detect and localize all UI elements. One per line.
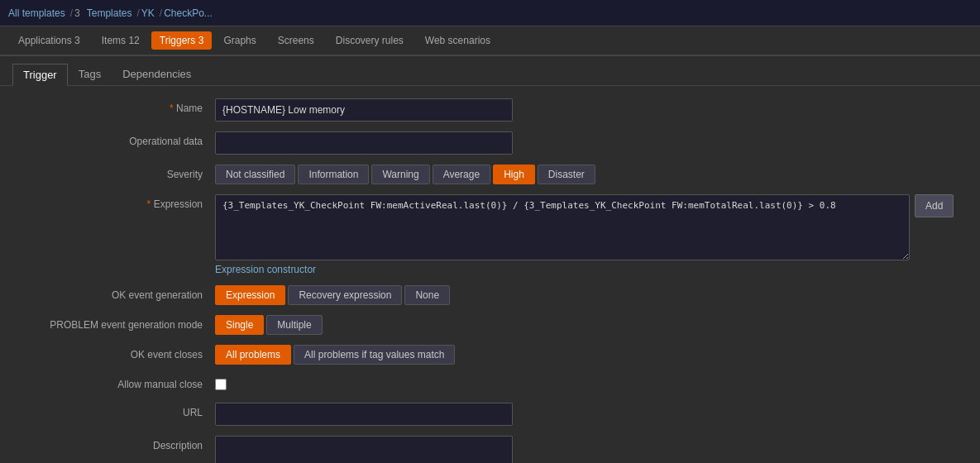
name-control (215, 98, 963, 122)
expression-row: Expression {3_Templates_YK_CheckPoint FW… (17, 194, 963, 275)
severity-warning[interactable]: Warning (371, 165, 429, 184)
severity-label: Severity (17, 165, 215, 180)
ok-event-closes-control: All problems All problems if tag values … (215, 345, 963, 365)
severity-not-classified[interactable]: Not classified (215, 165, 295, 184)
templates-link[interactable]: Templates (87, 7, 132, 19)
subtab-trigger[interactable]: Trigger (12, 64, 68, 86)
subtab-tags[interactable]: Tags (68, 63, 112, 85)
operational-data-control (215, 131, 963, 155)
breadcrumb-sep-1: / (70, 7, 73, 19)
top-navigation: All templates / 3 Templates / YK / Check… (0, 0, 980, 26)
severity-group: Not classified Information Warning Avera… (215, 165, 963, 184)
severity-row: Severity Not classified Information Warn… (17, 165, 963, 184)
url-input[interactable] (215, 403, 513, 426)
ok-event-closes-all-problems[interactable]: All problems (215, 345, 291, 365)
problem-event-gen-single[interactable]: Single (215, 315, 264, 335)
allow-manual-close-checkbox[interactable] (215, 379, 227, 390)
expression-constructor-link[interactable]: Expression constructor (215, 264, 963, 275)
name-input[interactable] (215, 98, 513, 122)
ok-event-gen-none[interactable]: None (404, 285, 450, 305)
severity-high[interactable]: High (493, 165, 535, 184)
tab-items[interactable]: Items 12 (92, 30, 150, 51)
problem-event-gen-row: PROBLEM event generation mode Single Mul… (17, 315, 963, 335)
operational-data-label: Operational data (17, 131, 215, 147)
description-row: Description (17, 436, 963, 463)
templates-count: 3 (74, 7, 80, 19)
allow-manual-close-label: Allow manual close (17, 375, 215, 390)
yk-link[interactable]: YK (141, 7, 155, 19)
ok-event-gen-recovery-expression[interactable]: Recovery expression (288, 285, 402, 305)
sub-tab-bar: Trigger Tags Dependencies (0, 56, 980, 86)
tab-discovery-rules[interactable]: Discovery rules (326, 30, 414, 51)
url-row: URL (17, 403, 963, 426)
tab-graphs[interactable]: Graphs (213, 30, 265, 51)
trigger-form: Name Operational data Severity Not class… (0, 86, 980, 463)
ok-event-closes-all-problems-tag[interactable]: All problems if tag values match (294, 345, 455, 365)
expression-textarea[interactable]: {3_Templates_YK_CheckPoint FW:memActiveR… (215, 194, 910, 260)
url-control (215, 403, 963, 426)
severity-information[interactable]: Information (298, 165, 369, 184)
main-tab-bar: Applications 3 Items 12 Triggers 3 Graph… (0, 26, 980, 56)
ok-event-closes-row: OK event closes All problems All problem… (17, 345, 963, 365)
problem-event-gen-label: PROBLEM event generation mode (17, 315, 215, 331)
operational-data-row: Operational data (17, 131, 963, 155)
problem-event-gen-multiple[interactable]: Multiple (266, 315, 322, 335)
problem-event-gen-control: Single Multiple (215, 315, 963, 335)
problem-event-gen-group: Single Multiple (215, 315, 963, 335)
severity-average[interactable]: Average (433, 165, 490, 184)
ok-event-gen-group: Expression Recovery expression None (215, 285, 963, 305)
breadcrumb-sep-3: / (160, 7, 162, 19)
name-row: Name (17, 98, 963, 122)
subtab-dependencies[interactable]: Dependencies (112, 63, 202, 85)
description-label: Description (17, 436, 215, 451)
severity-control: Not classified Information Warning Avera… (215, 165, 963, 184)
ok-event-gen-row: OK event generation Expression Recovery … (17, 285, 963, 305)
expression-control: {3_Templates_YK_CheckPoint FW:memActiveR… (215, 194, 963, 275)
operational-data-input[interactable] (215, 131, 513, 155)
ok-event-gen-label: OK event generation (17, 285, 215, 301)
all-templates-link[interactable]: All templates (8, 7, 65, 19)
description-textarea[interactable] (215, 436, 513, 463)
checkpoint-link[interactable]: CheckPo... (164, 7, 213, 19)
allow-manual-close-control (215, 375, 963, 393)
ok-event-closes-group: All problems All problems if tag values … (215, 345, 963, 365)
expression-label: Expression (17, 194, 215, 210)
severity-disaster[interactable]: Disaster (538, 165, 595, 184)
allow-manual-close-row: Allow manual close (17, 375, 963, 393)
description-control (215, 436, 963, 463)
tab-screens[interactable]: Screens (268, 30, 324, 51)
tab-applications[interactable]: Applications 3 (8, 30, 90, 51)
ok-event-gen-expression[interactable]: Expression (215, 285, 285, 305)
add-expression-button[interactable]: Add (915, 194, 954, 217)
breadcrumb-sep-2: / (136, 7, 139, 19)
ok-event-gen-control: Expression Recovery expression None (215, 285, 963, 305)
name-label: Name (17, 98, 215, 114)
expression-input-row: {3_Templates_YK_CheckPoint FW:memActiveR… (215, 194, 963, 260)
url-label: URL (17, 403, 215, 418)
tab-web-scenarios[interactable]: Web scenarios (415, 30, 500, 51)
ok-event-closes-label: OK event closes (17, 345, 215, 360)
tab-triggers[interactable]: Triggers 3 (151, 31, 213, 50)
